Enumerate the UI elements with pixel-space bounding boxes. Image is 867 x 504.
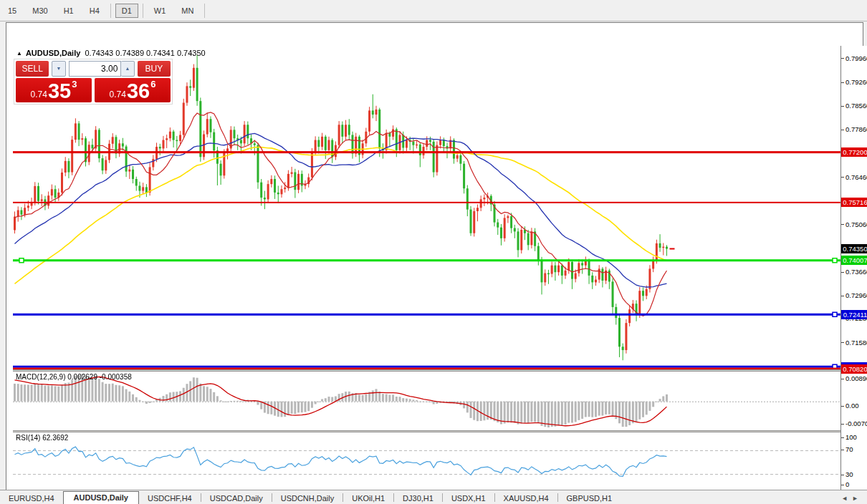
chart-ohlc-quotes: 0.74343 0.74389 0.74341 0.74350 (85, 49, 205, 57)
hline-price-badge: 0.74007 (841, 256, 867, 265)
price-tick-mark (841, 224, 844, 225)
toolbar-separator (143, 4, 143, 18)
price-tick-label: 0.76460 (846, 173, 867, 181)
rsi-pane-canvas[interactable] (13, 432, 841, 495)
current-price-badge: 0.74350 (841, 244, 867, 253)
tab-item-usdcnh-daily[interactable]: USDCNH,Daily (272, 493, 343, 504)
timeframe-button-d1[interactable]: D1 (115, 4, 138, 18)
tab-item-usdcad-daily[interactable]: USDCAD,Daily (201, 493, 272, 504)
hline-price-badge: 0.77200 (841, 147, 867, 157)
price-tick-label: 0.75060 (846, 220, 867, 228)
toolbar-separator (110, 4, 111, 18)
tab-scroll-nav: ◄► (841, 495, 863, 502)
tab-scroll-right-icon[interactable]: ► (852, 495, 863, 502)
rsi-tick-label: 30 (846, 470, 853, 478)
timeframe-toolbar: 15M30H1H4D1W1MN (0, 0, 867, 21)
chevron-down-icon: ▼ (57, 66, 62, 71)
buy-price-prefix: 0.74 (110, 89, 126, 100)
price-tick-mark (841, 177, 844, 178)
sell-price-pip: 3 (72, 79, 77, 89)
volume-input[interactable]: 3.00 (69, 61, 122, 77)
price-axis[interactable]: 0.799600.792600.785600.778600.771600.764… (841, 46, 867, 495)
hline-price-badge: 0.72411 (841, 310, 867, 319)
trade-prices-row: 0.74 35 3 0.74 36 6 (16, 78, 171, 102)
price-tick-mark (841, 82, 844, 83)
macd-tick-label: 0.008904 (846, 374, 867, 382)
chart-tab-bar: EURUSD,H4AUDUSD,DailyUSDCHF,H4USDCAD,Dai… (0, 490, 867, 504)
price-tick-mark (841, 272, 844, 273)
one-click-trade-widget: SELL ▼ 3.00 ▲ BUY 0.74 35 3 0.74 36 6 (14, 59, 173, 105)
buy-price-big: 36 (127, 81, 150, 102)
price-tick-mark (841, 130, 844, 130)
trade-controls-row: SELL ▼ 3.00 ▲ BUY (16, 61, 171, 77)
rsi-tick-mark (841, 437, 844, 438)
price-tick-label: 0.72960 (846, 291, 867, 299)
price-tick-label: 0.77860 (846, 125, 867, 133)
tab-item-ukoil-h1[interactable]: UKOil,H1 (343, 493, 393, 504)
tab-scroll-left-icon[interactable]: ◄ (841, 495, 852, 502)
sell-price-prefix: 0.74 (31, 89, 47, 100)
volume-decrease-button[interactable]: ▼ (52, 61, 65, 77)
timeframe-button-h1[interactable]: H1 (57, 4, 80, 18)
rsi-tick-label: 0 (846, 480, 849, 488)
timeframe-button-h4[interactable]: H4 (83, 4, 106, 18)
price-tick-mark (841, 106, 844, 107)
timeframe-button-w1[interactable]: W1 (148, 4, 173, 18)
price-tick-label: 0.73660 (846, 268, 867, 276)
timeframe-button-mn[interactable]: MN (175, 4, 200, 18)
sell-price-panel[interactable]: 0.74 35 3 (16, 78, 92, 102)
rsi-tick-mark (841, 450, 844, 450)
price-tick-mark (841, 58, 844, 59)
macd-tick-label: 0.00 (846, 402, 859, 410)
macd-tick-mark (841, 379, 844, 379)
buy-price-pip: 6 (150, 79, 155, 89)
tab-item-dj30-h1[interactable]: DJ30,H1 (394, 493, 442, 504)
rsi-tick-mark (841, 475, 844, 475)
macd-pane-canvas[interactable] (13, 372, 841, 430)
macd-tick-mark (841, 406, 844, 407)
timeframe-button-m30[interactable]: M30 (26, 4, 54, 18)
chart-symbol-label: AUDUSD,Daily (26, 49, 80, 57)
price-tick-mark (841, 296, 844, 296)
price-tick-mark (841, 342, 844, 343)
chart-title: ▲AUDUSD,Daily 0.74343 0.74389 0.74341 0.… (16, 49, 206, 57)
timeframe-button-15[interactable]: 15 (1, 4, 23, 18)
chevron-up-icon: ▲ (125, 66, 130, 71)
buy-price-panel[interactable]: 0.74 36 6 (95, 78, 171, 102)
rsi-tick-label: 100 (846, 433, 857, 441)
tab-item-usdx-h1[interactable]: USDX,H1 (443, 493, 494, 504)
hline-price-badge: 0.75716 (841, 198, 867, 207)
tab-item-usdchf-h4[interactable]: USDCHF,H4 (139, 493, 201, 504)
tab-item-gbpusd-h1[interactable]: GBPUSD,H1 (558, 493, 621, 504)
macd-indicator-label: MACD(12,26,9) 0.002629 -0.000358 (16, 373, 132, 381)
price-tick-label: 0.78560 (846, 102, 867, 110)
rsi-tick-label: 70 (846, 445, 853, 453)
price-tick-label: 0.79960 (846, 54, 867, 62)
tab-item-xauusd-h4[interactable]: XAUUSD,H4 (495, 493, 557, 504)
sell-price-big: 35 (48, 81, 71, 102)
rsi-tick-mark (841, 485, 844, 485)
trading-terminal: 15M30H1H4D1W1MN ▲AUDUSD,Daily 0.74343 0.… (0, 0, 867, 504)
price-tick-label: 0.79260 (846, 78, 867, 86)
rsi-indicator-label: RSI(14) 62.3692 (16, 434, 68, 442)
hline-price-badge: 0.70820 (841, 364, 867, 374)
buy-button[interactable]: BUY (138, 61, 171, 77)
chart-window: ▲AUDUSD,Daily 0.74343 0.74389 0.74341 0.… (6, 22, 863, 490)
sell-button[interactable]: SELL (16, 61, 49, 77)
volume-increase-button[interactable]: ▲ (121, 61, 134, 77)
collapse-chart-icon[interactable]: ▲ (16, 50, 22, 57)
macd-tick-mark (841, 424, 844, 425)
macd-tick-label: -0.007013 (846, 420, 867, 427)
tab-item-eurusd-h4[interactable]: EURUSD,H4 (0, 493, 63, 504)
tab-item-audusd-daily[interactable]: AUDUSD,Daily (63, 491, 139, 504)
toolbar-separator (204, 4, 205, 18)
price-tick-label: 0.71580 (846, 339, 867, 346)
